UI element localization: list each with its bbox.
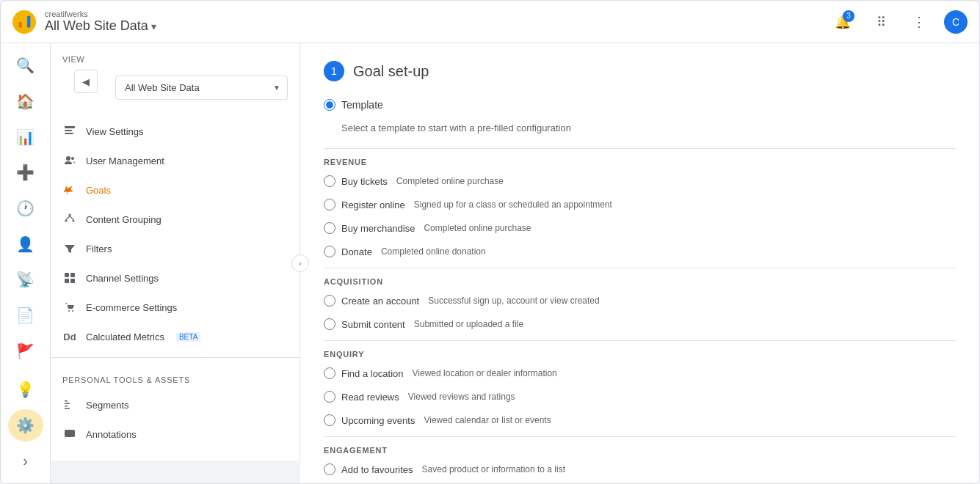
register-online-desc: Signed up for a class or scheduled an ap… (414, 199, 612, 210)
donate-name: Donate (341, 246, 372, 257)
svg-point-6 (66, 156, 70, 161)
upcoming-events-desc: Viewed calendar or list or events (424, 415, 551, 425)
sidebar-item-goals[interactable]: Goals (51, 175, 300, 205)
rail-flag[interactable]: 🚩 (8, 334, 43, 367)
notification-badge: 3 (843, 10, 854, 22)
company-name: creatifwerks (45, 10, 156, 18)
register-online-option: Register online Signed up for a class or… (324, 197, 956, 212)
sidebar-item-content-grouping[interactable]: Content Grouping (51, 205, 300, 234)
upcoming-events-option: Upcoming events Viewed calendar or list … (324, 413, 956, 428)
rail-admin[interactable]: ⚙️ (8, 409, 43, 442)
add-favourites-desc: Saved product or information to a list (422, 464, 565, 474)
engagement-label: ENGAGEMENT (324, 446, 956, 455)
svg-rect-25 (66, 434, 70, 436)
read-reviews-radio[interactable] (324, 391, 335, 403)
segments-label: Segments (86, 400, 129, 411)
view-label: VIEW (51, 55, 300, 70)
sidebar-item-ecommerce[interactable]: E-commerce Settings (51, 293, 300, 322)
sidebar-item-filters[interactable]: Filters (51, 234, 300, 263)
rail-lightbulb[interactable]: 💡 (8, 373, 43, 406)
sidebar-item-segments[interactable]: Segments (51, 390, 300, 419)
svg-point-9 (65, 220, 68, 222)
rail-acquisition[interactable]: 📡 (8, 263, 43, 296)
channel-settings-icon (62, 271, 77, 285)
buy-tickets-option: Buy tickets Completed online purchase (324, 174, 956, 188)
sidebar-item-calculated-metrics[interactable]: Dd Calculated Metrics BETA (51, 322, 300, 351)
annotations-label: Annotations (86, 429, 137, 440)
back-button[interactable]: ◀ (74, 70, 98, 93)
revenue-label: REVENUE (324, 158, 956, 166)
sidebar-collapse-button[interactable]: › (291, 254, 309, 272)
find-location-desc: Viewed location or dealer information (413, 368, 557, 378)
svg-point-17 (68, 310, 70, 312)
calculated-metrics-label: Calculated Metrics (86, 331, 164, 342)
site-name: All Web Site Data (45, 18, 148, 34)
svg-rect-23 (65, 430, 75, 437)
tools-section-label: PERSONAL TOOLS & ASSETS (51, 364, 300, 390)
goals-label: Goals (86, 185, 111, 196)
channel-settings-label: Channel Settings (86, 273, 159, 284)
create-account-name: Create an account (341, 296, 419, 307)
buy-tickets-radio[interactable] (324, 175, 335, 187)
rail-audience[interactable]: 👤 (8, 227, 43, 260)
more-options-button[interactable]: ⋮ (906, 9, 932, 35)
beta-badge: BETA (176, 332, 200, 342)
rail-add[interactable]: ➕ (8, 156, 43, 189)
topbar: creatifwerks All Web Site Data ▾ 🔔 3 ⠿ ⋮… (1, 1, 979, 43)
engagement-divider (324, 436, 956, 437)
annotations-icon (62, 427, 77, 441)
svg-rect-14 (70, 273, 75, 277)
site-selector[interactable]: All Web Site Data ▾ (45, 18, 156, 34)
submit-content-radio[interactable] (324, 318, 335, 330)
template-radio[interactable] (324, 99, 335, 111)
rail-reports[interactable]: 📊 (8, 120, 43, 153)
topbar-title: creatifwerks All Web Site Data ▾ (45, 10, 156, 34)
template-option: Template (324, 96, 956, 114)
rail-home[interactable]: 🏠 (8, 85, 43, 118)
read-reviews-option: Read reviews Viewed reviews and ratings (324, 389, 956, 404)
donate-radio[interactable] (324, 246, 335, 257)
avatar[interactable]: C (944, 10, 968, 34)
user-management-label: User Management (86, 155, 164, 166)
buy-merchandise-desc: Completed online purchase (424, 223, 531, 233)
svg-rect-2 (27, 15, 30, 27)
rail-search[interactable]: 🔍 (8, 49, 43, 82)
segments-icon (62, 397, 77, 412)
svg-rect-3 (65, 126, 75, 128)
svg-rect-16 (70, 279, 75, 283)
sidebar: VIEW ◀ All Web Site Data View Setting (51, 43, 300, 461)
user-management-icon (62, 153, 77, 168)
submit-content-desc: Submitted or uploaded a file (414, 319, 523, 329)
read-reviews-desc: Viewed reviews and ratings (408, 392, 515, 402)
left-rail: 🔍 🏠 📊 ➕ 🕐 👤 📡 📄 🚩 💡 ⚙️ › (1, 43, 51, 483)
sidebar-item-channel-settings[interactable]: Channel Settings (51, 263, 300, 293)
view-selector[interactable]: All Web Site Data (115, 76, 288, 100)
sidebar-item-user-management[interactable]: User Management (51, 146, 300, 175)
svg-line-11 (66, 216, 70, 220)
rail-clock[interactable]: 🕐 (8, 192, 43, 225)
buy-merchandise-radio[interactable] (324, 222, 335, 234)
svg-line-12 (70, 216, 73, 220)
sidebar-item-view-settings[interactable]: View Settings (51, 117, 300, 146)
sidebar-divider (51, 357, 300, 358)
find-location-radio[interactable] (324, 367, 335, 379)
logo (12, 10, 36, 34)
add-favourites-radio[interactable] (324, 463, 335, 475)
register-online-radio[interactable] (324, 199, 335, 210)
acquisition-label: ACQUISITION (324, 277, 956, 286)
create-account-option: Create an account Successful sign up, ac… (324, 293, 956, 308)
enquiry-divider (324, 340, 956, 341)
svg-rect-15 (65, 279, 69, 283)
step-circle: 1 (324, 61, 344, 81)
rail-expand[interactable]: › (8, 444, 43, 477)
rail-behavior[interactable]: 📄 (8, 299, 43, 332)
submit-content-option: Submit content Submitted or uploaded a f… (324, 317, 956, 331)
filters-label: Filters (86, 243, 112, 254)
notification-button[interactable]: 🔔 3 (830, 9, 856, 35)
apps-button[interactable]: ⠿ (868, 9, 894, 35)
upcoming-events-radio[interactable] (324, 414, 335, 426)
calc-metrics-icon: Dd (62, 329, 77, 344)
buy-tickets-desc: Completed online purchase (396, 176, 504, 186)
sidebar-item-annotations[interactable]: Annotations (51, 419, 300, 449)
create-account-radio[interactable] (324, 295, 335, 307)
